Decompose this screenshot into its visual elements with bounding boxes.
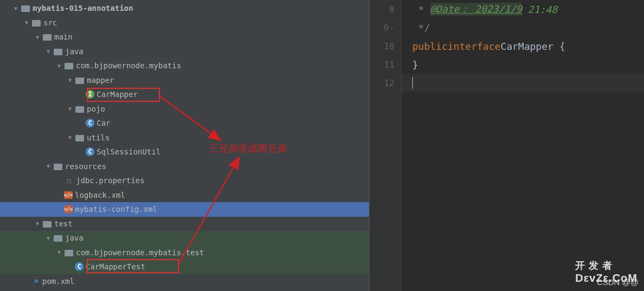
tree-folder-mapper[interactable]: ▼ mapper bbox=[0, 73, 369, 88]
tree-root[interactable]: ▼ mybatis-015-annotation bbox=[0, 1, 369, 16]
svg-rect-10 bbox=[54, 235, 62, 242]
tree-label: com.bjpowernode.mybatis.test bbox=[74, 248, 204, 257]
line-number: 11 bbox=[369, 55, 401, 74]
editor-gutter: 8 9⌐ 10 11 12 bbox=[369, 0, 401, 291]
class-icon: C bbox=[86, 119, 94, 127]
svg-rect-0 bbox=[21, 5, 30, 12]
tree-label: CarMapper bbox=[94, 90, 138, 99]
chevron-down-icon[interactable]: ▼ bbox=[33, 34, 42, 40]
chevron-down-icon[interactable]: ▼ bbox=[54, 63, 64, 69]
code-line[interactable]: * @Date： 2023/1/9 21:48 bbox=[401, 0, 644, 18]
module-icon bbox=[21, 4, 30, 12]
chevron-down-icon[interactable]: ▼ bbox=[43, 163, 53, 169]
folder-icon bbox=[42, 33, 52, 41]
chevron-down-icon[interactable]: ▼ bbox=[54, 249, 64, 255]
tree-label: Car bbox=[94, 119, 110, 127]
tree-file-car[interactable]: C Car bbox=[0, 116, 369, 131]
chevron-down-icon[interactable]: ▼ bbox=[33, 221, 42, 227]
svg-rect-7 bbox=[75, 135, 84, 141]
folder-icon bbox=[31, 18, 41, 27]
tree-folder-resources[interactable]: ▼ resources bbox=[0, 159, 369, 174]
svg-rect-8 bbox=[54, 164, 62, 170]
folder-icon bbox=[42, 219, 52, 228]
test-source-folder-icon bbox=[53, 234, 63, 242]
tree-label: pojo bbox=[85, 105, 105, 113]
tree-label: main bbox=[52, 33, 73, 41]
project-tree[interactable]: ▼ mybatis-015-annotation ▼ src ▼ main ▼ … bbox=[0, 0, 369, 291]
tree-package-main[interactable]: ▼ com.bjpowernode.mybatis bbox=[0, 59, 369, 73]
tree-label: CarMapperTest bbox=[84, 262, 145, 271]
line-number: 10 bbox=[369, 37, 401, 55]
svg-rect-9 bbox=[43, 221, 52, 228]
maven-icon: m bbox=[31, 277, 40, 286]
code-line[interactable]: */ bbox=[401, 18, 644, 37]
line-number: 9⌐ bbox=[369, 18, 401, 37]
resources-folder-icon bbox=[53, 162, 63, 171]
tree-folder-pojo[interactable]: ▼ pojo bbox=[0, 102, 369, 117]
fold-end-icon[interactable]: ⌐ bbox=[391, 24, 394, 31]
code-editor[interactable]: * @Date： 2023/1/9 21:48 */ public interf… bbox=[401, 0, 644, 291]
chevron-down-icon[interactable]: ▼ bbox=[65, 77, 75, 83]
tree-label: resources bbox=[63, 162, 106, 171]
tree-folder-main[interactable]: ▼ main bbox=[0, 30, 369, 44]
package-icon bbox=[75, 76, 85, 85]
class-icon: C bbox=[86, 147, 94, 156]
source-folder-icon bbox=[53, 47, 63, 56]
tree-folder-test[interactable]: ▼ test bbox=[0, 217, 369, 231]
tree-label: java bbox=[63, 234, 84, 242]
tree-label: utils bbox=[85, 133, 110, 142]
tree-folder-src[interactable]: ▼ src bbox=[0, 16, 369, 30]
tree-folder-java-main[interactable]: ▼ java bbox=[0, 44, 369, 59]
line-number: 12 bbox=[369, 74, 401, 92]
code-line[interactable] bbox=[401, 74, 644, 92]
annotation-text: 三兄弟变成两兄弟 bbox=[209, 142, 287, 155]
code-line[interactable]: public interface CarMapper { bbox=[401, 37, 644, 55]
line-number: 8 bbox=[369, 0, 401, 18]
tree-file-jdbc-properties[interactable]: ⬚ jdbc.properties bbox=[0, 173, 369, 188]
tree-package-test[interactable]: ▼ com.bjpowernode.mybatis.test bbox=[0, 245, 369, 260]
svg-rect-11 bbox=[65, 250, 73, 256]
tree-file-pom[interactable]: m pom.xml bbox=[0, 274, 369, 289]
chevron-down-icon[interactable]: ▼ bbox=[43, 48, 53, 54]
xml-icon: </> bbox=[64, 191, 73, 199]
chevron-down-icon[interactable]: ▼ bbox=[22, 20, 31, 25]
tree-label: mapper bbox=[85, 76, 114, 85]
package-icon bbox=[64, 248, 74, 257]
tree-file-carmapper[interactable]: I CarMapper bbox=[0, 87, 369, 102]
tree-label: src bbox=[41, 18, 57, 27]
tree-file-mybatis-config[interactable]: </> mybatis-config.xml bbox=[0, 202, 369, 217]
svg-rect-4 bbox=[65, 63, 73, 69]
chevron-down-icon[interactable]: ▼ bbox=[65, 106, 75, 112]
svg-rect-2 bbox=[43, 34, 52, 41]
interface-icon: I bbox=[86, 90, 94, 99]
package-icon bbox=[75, 133, 85, 142]
tree-label: java bbox=[63, 47, 84, 56]
chevron-down-icon[interactable]: ▼ bbox=[43, 235, 53, 241]
chevron-down-icon[interactable]: ▼ bbox=[11, 5, 21, 11]
properties-icon: ⬚ bbox=[64, 176, 74, 185]
tree-label: logback.xml bbox=[73, 191, 125, 199]
text-caret bbox=[412, 77, 413, 89]
chevron-down-icon[interactable]: ▼ bbox=[65, 134, 75, 140]
package-icon bbox=[75, 105, 85, 113]
svg-rect-3 bbox=[54, 49, 62, 55]
tree-label: com.bjpowernode.mybatis bbox=[74, 61, 181, 70]
tree-file-carmappertest[interactable]: C CarMapperTest bbox=[0, 260, 369, 274]
xml-icon: </> bbox=[64, 205, 73, 213]
svg-rect-5 bbox=[75, 77, 84, 84]
tree-label: SqlSessionUtil bbox=[94, 147, 161, 156]
class-icon: C bbox=[75, 262, 84, 271]
tree-folder-java-test[interactable]: ▼ java bbox=[0, 231, 369, 245]
tree-file-logback-xml[interactable]: </> logback.xml bbox=[0, 188, 369, 203]
tree-folder-utils[interactable]: ▼ utils bbox=[0, 131, 369, 145]
tree-label: mybatis-015-annotation bbox=[30, 4, 133, 12]
svg-rect-1 bbox=[32, 20, 41, 27]
watermark-logo: 开 发 者 DεvZε.CοM bbox=[575, 259, 637, 284]
tree-label: test bbox=[52, 219, 73, 228]
code-line[interactable]: } bbox=[401, 55, 644, 74]
svg-rect-6 bbox=[75, 106, 84, 113]
tree-label: jdbc.properties bbox=[74, 176, 144, 185]
tree-label: pom.xml bbox=[40, 277, 74, 286]
tree-file-sqlsessionutil[interactable]: C SqlSessionUtil bbox=[0, 145, 369, 159]
tree-label: mybatis-config.xml bbox=[73, 205, 157, 214]
